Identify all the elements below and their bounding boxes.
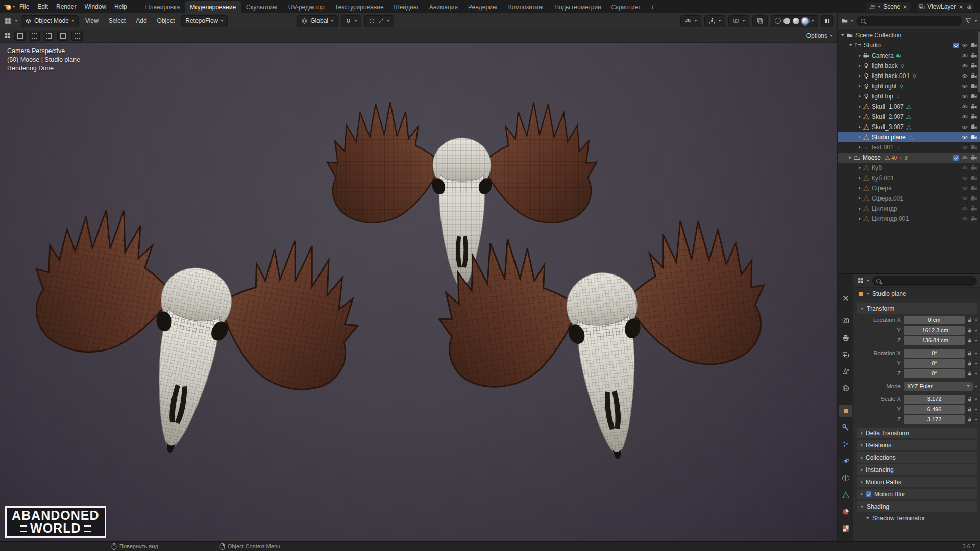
expand-icon[interactable] [859,187,861,190]
menu-select[interactable]: Select [105,17,129,24]
outliner-row-light-back[interactable]: light back [838,61,980,71]
render-tab[interactable] [839,315,852,327]
delta-transform-panel[interactable]: Delta Transform [857,428,977,438]
expand-icon[interactable] [859,54,861,57]
moose-skull-right[interactable] [432,213,780,476]
relations-panel[interactable]: Relations [857,440,977,450]
select-mode-intersect-button[interactable] [71,31,83,41]
hide-viewport-toggle[interactable] [961,123,968,131]
select-mode-new-button[interactable] [14,31,26,41]
expand-icon[interactable] [859,207,861,210]
hide-viewport-toggle[interactable] [961,215,968,222]
hide-viewport-toggle[interactable] [961,113,968,120]
hide-viewport-toggle[interactable] [961,195,968,202]
animate-dot[interactable] [975,386,977,387]
outliner-row-cylinder-001[interactable]: Цилиндр.001 [838,214,980,224]
outliner-search[interactable] [856,16,962,26]
outliner-row-light-top[interactable]: light top [838,91,980,102]
menu-file[interactable]: File [15,2,33,12]
location-z-field[interactable]: -136.84 cm [904,336,965,345]
outliner-row-kub[interactable]: Куб [838,163,980,173]
out liner-row-skull-2[interactable]: Skull_2.007 [838,112,980,122]
filter-funnel-icon[interactable] [965,17,972,24]
texture-tab[interactable] [839,522,852,535]
properties-search[interactable] [872,276,977,286]
lock-icon[interactable] [967,360,973,366]
rendered-shading-button[interactable] [802,18,808,24]
menu-view[interactable]: View [82,17,102,24]
properties-search-input[interactable] [884,277,973,284]
lock-icon[interactable] [967,370,973,377]
hide-viewport-toggle[interactable] [961,205,968,212]
animate-dot[interactable] [975,419,977,420]
expand-icon[interactable] [859,146,861,149]
lock-icon[interactable] [967,327,973,333]
tab-animation[interactable]: Анимация [424,1,463,13]
disable-render-toggle[interactable] [970,123,977,131]
expand-icon[interactable] [859,217,861,220]
filter-chevron-icon[interactable] [974,20,977,22]
expand-icon[interactable] [859,74,861,78]
shadow-terminator-subpanel[interactable]: Shadow Terminator [857,513,977,523]
disable-render-toggle[interactable] [970,83,977,90]
select-mode-difference-button[interactable] [57,31,68,41]
view-layer-selector[interactable]: ViewLayer [915,1,975,12]
options-dropdown[interactable]: Options [806,32,833,39]
expand-icon[interactable] [859,136,861,139]
lock-icon[interactable] [967,416,973,422]
physics-tab[interactable] [839,455,852,467]
outliner-row-sfera-001[interactable]: Сфера.001 [838,193,980,204]
animate-dot[interactable] [975,330,977,331]
expand-icon[interactable] [849,44,852,46]
expand-icon[interactable] [859,95,861,98]
outliner-row-camera[interactable]: Camera [838,51,980,61]
expand-icon[interactable] [841,34,844,36]
tab-scripting[interactable]: Скриптинг [606,1,646,13]
moose-skull-left[interactable] [9,197,370,481]
select-mode-extend-button[interactable] [29,31,40,41]
retopoflow-menu[interactable]: RetopoFlow [181,15,228,27]
shading-panel[interactable]: Shading [857,501,977,512]
exclude-checkbox[interactable] [953,43,959,48]
xray-toggle[interactable] [752,15,768,27]
location-y-field[interactable]: -1612.3 cm [904,326,965,335]
animate-dot[interactable] [975,363,977,364]
outliner-row-text-001[interactable]: text.001 [838,142,980,153]
animate-dot[interactable] [975,319,977,321]
hide-viewport-toggle[interactable] [961,154,968,161]
disable-render-toggle[interactable] [970,42,977,49]
add-workspace-button[interactable]: + [646,1,659,13]
instancing-panel[interactable]: Instancing [857,464,977,475]
scale-z-field[interactable]: 3.172 [904,415,965,424]
tab-layout[interactable]: Планировка [140,1,185,13]
rotation-mode-dropdown[interactable]: XYZ Euler [904,382,973,391]
tab-compositing[interactable]: Композитинг [503,1,549,13]
disable-render-toggle[interactable] [970,93,977,100]
expand-icon[interactable] [859,197,861,200]
overlays-toggle[interactable] [728,15,749,27]
menu-window[interactable]: Window [80,2,110,12]
modifiers-tab[interactable] [839,421,852,434]
solid-shading-button[interactable] [783,18,790,24]
tool-tab[interactable] [839,292,852,305]
hide-viewport-toggle[interactable] [961,42,968,49]
view-layer-tab[interactable] [839,348,852,361]
tab-sculpting[interactable]: Скульптинг [241,1,283,13]
hide-viewport-toggle[interactable] [961,164,968,171]
editor-type-icon[interactable] [4,17,12,25]
select-mode-subtract-button[interactable] [43,31,54,41]
wireframe-shading-button[interactable] [775,18,781,24]
tab-rendering[interactable]: Рендеринг [463,1,503,13]
location-x-field[interactable]: 0 cm [904,316,965,324]
outliner-scrollbar[interactable] [978,31,980,92]
disable-render-toggle[interactable] [970,215,977,222]
outliner-editor-chevron-icon[interactable] [851,20,854,22]
tab-texturing[interactable]: Текстурирование [330,1,389,13]
breadcrumb-chevron-icon[interactable] [867,293,870,295]
lock-icon[interactable] [967,350,973,356]
hide-viewport-toggle[interactable] [961,185,968,192]
menu-add[interactable]: Add [132,17,150,24]
rotation-x-field[interactable]: 0° [904,349,965,358]
gizmos-toggle[interactable] [704,15,725,27]
tab-shading[interactable]: Шейдинг [389,1,424,13]
